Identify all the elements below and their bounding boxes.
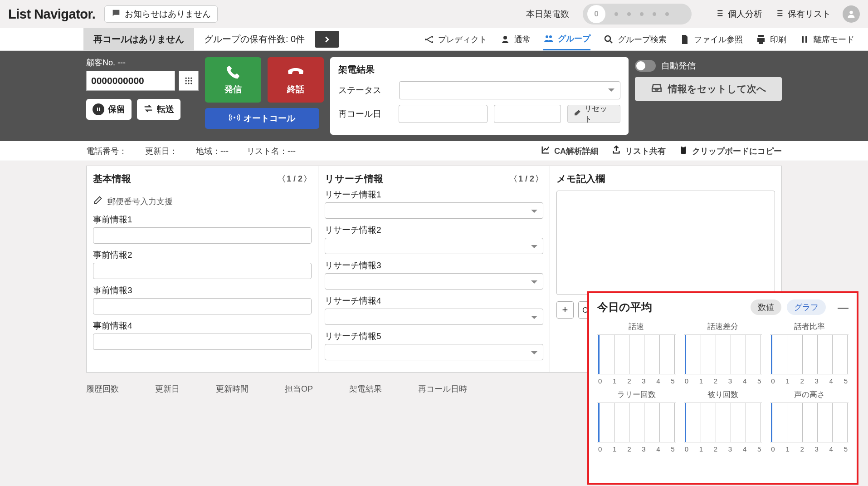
user-avatar[interactable] [843, 5, 860, 23]
inbox-icon [651, 82, 663, 96]
dialpad-button[interactable] [179, 71, 199, 91]
svg-point-14 [188, 80, 189, 81]
avg-chart-labels: 012345 [684, 445, 762, 453]
dot-icon [653, 12, 656, 16]
avg-chart-bars [684, 334, 762, 374]
research5-select[interactable] [325, 344, 543, 360]
auto-call-toggle[interactable]: 自動発信 [635, 60, 782, 72]
held-list-link[interactable]: 保有リスト [774, 8, 831, 20]
call-label: 発信 [224, 83, 242, 95]
avg-tab-graph[interactable]: グラフ [787, 299, 826, 315]
research3-select[interactable] [325, 273, 543, 290]
recall-time-input[interactable] [494, 105, 561, 123]
preinfo3-input[interactable] [93, 298, 312, 314]
avg-chart-title: 声の高さ [770, 389, 848, 400]
preinfo1-label: 事前情報1 [93, 214, 312, 226]
memo-title: メモ記入欄 [556, 172, 775, 185]
pause-icon [93, 103, 104, 115]
set-info-next-button[interactable]: 情報をセットして次へ [635, 77, 782, 101]
avg-chart-title: ラリー回数 [597, 389, 676, 400]
avg-chart-c6: 声の高さ012345 [770, 389, 848, 453]
mode-normal-label: 通常 [514, 34, 531, 45]
mode-group-search[interactable]: グループ検索 [603, 34, 667, 45]
svg-point-2 [431, 36, 433, 38]
chevron-left-icon: 〈 [278, 173, 286, 184]
svg-point-6 [549, 35, 552, 38]
hist-col-time: 更新時間 [216, 383, 249, 394]
avg-chart-title: 話速差分 [684, 321, 762, 332]
updated-date-label: 更新日： [145, 146, 178, 157]
mode-predict[interactable]: プレディクト [424, 34, 487, 45]
hist-col-date: 更新日 [155, 383, 180, 394]
research4-select[interactable] [325, 309, 543, 325]
avg-chart-bars [597, 334, 676, 374]
research-pager[interactable]: 〈1 / 2〉 [509, 173, 543, 184]
svg-point-13 [185, 80, 187, 81]
mode-group-search-label: グループ検索 [618, 34, 667, 45]
status-select[interactable] [399, 81, 620, 99]
preinfo2-label: 事前情報2 [93, 249, 312, 261]
broadcast-icon [229, 112, 240, 125]
set-info-next-label: 情報をセットして次へ [668, 83, 766, 95]
recall-status: 再コールはありません [83, 28, 194, 50]
svg-rect-9 [805, 36, 807, 43]
recall-date-input[interactable] [399, 105, 488, 123]
memo-add-button[interactable]: + [556, 301, 574, 319]
mode-away[interactable]: 離席モード [799, 34, 854, 45]
copy-clipboard-button[interactable]: クリップボードにコピー [678, 145, 782, 157]
avg-chart-title: 話速 [597, 321, 676, 332]
notification-pill[interactable]: お知らせはありません [104, 5, 218, 23]
avg-tab-number[interactable]: 数値 [751, 299, 781, 315]
ca-analysis-button[interactable]: CA解析詳細 [541, 145, 599, 157]
dot-icon [640, 12, 644, 16]
preinfo2-input[interactable] [93, 263, 312, 279]
toggle-icon [635, 60, 656, 72]
transfer-label: 転送 [157, 103, 174, 115]
mode-group-label: グループ [558, 33, 590, 44]
avg-minimize-button[interactable]: — [838, 301, 848, 314]
hold-label: 保留 [108, 103, 125, 115]
mode-away-label: 離席モード [814, 34, 854, 45]
auto-call-toggle-label: 自動発信 [661, 60, 696, 72]
research1-select[interactable] [325, 202, 543, 219]
mode-print[interactable]: 印刷 [756, 34, 786, 45]
call-button[interactable]: 発信 [205, 57, 261, 103]
mode-normal[interactable]: 通常 [500, 34, 531, 45]
autocall-button[interactable]: オートコール [205, 108, 319, 129]
avg-chart-labels: 012345 [597, 445, 676, 453]
personal-analysis-link[interactable]: 個人分析 [714, 8, 762, 20]
transfer-button[interactable]: 転送 [137, 99, 180, 120]
reset-button[interactable]: リセット [567, 105, 620, 123]
basic-page-label: 1 / 2 [287, 174, 302, 184]
hold-button[interactable]: 保留 [86, 99, 132, 120]
list-icon [714, 8, 724, 20]
basic-pager[interactable]: 〈1 / 2〉 [278, 173, 312, 184]
svg-point-10 [185, 78, 187, 79]
research2-select[interactable] [325, 238, 543, 254]
research3-label: リサーチ情報3 [325, 260, 543, 271]
held-list-label: 保有リスト [788, 8, 831, 20]
preinfo1-input[interactable] [93, 227, 312, 244]
research-info-title: リサーチ情報 [325, 172, 383, 185]
mode-group[interactable]: グループ [543, 28, 590, 50]
customer-no-field[interactable]: 0000000000 [86, 71, 175, 91]
mode-file-ref[interactable]: ファイル参照 [679, 34, 743, 45]
chevron-right-icon: 〉 [303, 173, 312, 184]
svg-point-1 [425, 39, 427, 40]
next-button[interactable] [315, 31, 339, 48]
svg-rect-20 [99, 108, 100, 111]
group-hold-count: グループの保有件数: 0件 [194, 28, 315, 50]
avg-chart-bars [770, 334, 848, 374]
hangup-button[interactable]: 終話 [268, 57, 324, 103]
svg-point-11 [188, 78, 189, 79]
postal-helper-button[interactable]: 郵便番号入力支援 [93, 195, 312, 207]
svg-point-15 [190, 80, 192, 81]
memo-textarea[interactable] [556, 191, 775, 295]
avg-chart-labels: 012345 [597, 377, 676, 385]
share-list-button[interactable]: リスト共有 [611, 145, 666, 157]
preinfo4-input[interactable] [93, 334, 312, 350]
svg-point-18 [190, 83, 192, 84]
basic-info-title: 基本情報 [93, 172, 131, 185]
list-name-label: リスト名：--- [247, 146, 296, 157]
preinfo4-label: 事前情報4 [93, 320, 312, 332]
